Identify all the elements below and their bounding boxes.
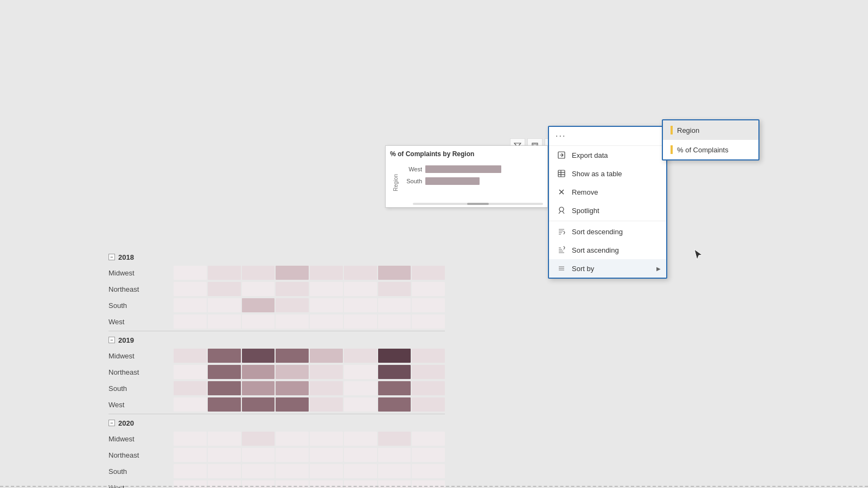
region-row-2018-west: West	[108, 313, 445, 330]
year-divider-1	[108, 331, 445, 331]
heatmap-south-2019	[174, 381, 445, 395]
small-chart-axis-label: Region	[393, 174, 399, 191]
heat-cell	[242, 464, 275, 478]
menu-item-sort-ascending[interactable]: Sort ascending	[549, 241, 666, 259]
year-label-2020[interactable]: − 2020	[108, 415, 445, 431]
region-row-2018-northeast: Northeast	[108, 281, 445, 297]
menu-item-spotlight[interactable]: Spotlight	[549, 201, 666, 220]
region-label-south-2020: South	[108, 467, 174, 476]
heat-cell	[276, 448, 309, 462]
submenu-region-label: Region	[677, 126, 699, 134]
heat-cell	[412, 365, 445, 379]
heat-cell	[310, 282, 343, 296]
region-label-south-2018: South	[108, 301, 174, 310]
heat-cell	[310, 349, 343, 363]
heat-cell	[310, 365, 343, 379]
menu-item-show-as-table[interactable]: Show as a table	[549, 164, 666, 183]
region-label-west-2018: West	[108, 318, 174, 326]
heat-cell	[208, 298, 241, 312]
heat-cell	[412, 448, 445, 462]
heatmap-chart: − 2018 Midwest Northeast	[108, 249, 445, 488]
small-chart-popup: % of Complaints by Region Region West So…	[385, 145, 548, 208]
heat-cell	[378, 448, 411, 462]
heat-cell	[208, 381, 241, 395]
heat-cell	[310, 397, 343, 412]
heat-cell	[310, 266, 343, 280]
year-label-2018[interactable]: − 2018	[108, 249, 445, 265]
heat-cell	[174, 349, 207, 363]
heat-cell	[276, 397, 309, 412]
heat-cell	[174, 432, 207, 446]
heat-cell	[208, 314, 241, 329]
small-bar-row-west: West	[403, 163, 541, 175]
mouse-cursor	[693, 248, 704, 263]
submenu-item-region[interactable]: Region	[663, 120, 758, 140]
heat-cell	[344, 298, 377, 312]
heat-cell	[276, 381, 309, 395]
heat-cell	[242, 282, 275, 296]
region-row-2019-south: South	[108, 380, 445, 396]
menu-item-export-data[interactable]: Export data	[549, 146, 666, 164]
heatmap-midwest-2019	[174, 349, 445, 363]
year-toggle-2019[interactable]: −	[108, 337, 115, 343]
heat-cell	[208, 282, 241, 296]
show-as-table-label: Show as a table	[572, 170, 622, 178]
year-toggle-2020[interactable]: −	[108, 420, 115, 426]
region-label-south-2019: South	[108, 384, 174, 393]
heat-cell	[276, 282, 309, 296]
svg-point-9	[559, 207, 564, 211]
export-data-label: Export data	[572, 151, 608, 159]
bar-label-south: South	[403, 178, 422, 184]
year-label-2019[interactable]: − 2019	[108, 332, 445, 348]
heat-cell	[378, 365, 411, 379]
heat-cell	[310, 298, 343, 312]
heat-cell	[208, 464, 241, 478]
heat-cell	[344, 266, 377, 280]
heat-cell	[378, 282, 411, 296]
menu-divider	[549, 221, 666, 221]
year-toggle-2018[interactable]: −	[108, 254, 115, 260]
heat-cell	[344, 397, 377, 412]
menu-item-remove[interactable]: Remove	[549, 183, 666, 201]
region-row-2020-south: South	[108, 463, 445, 479]
heat-cell	[276, 266, 309, 280]
sort-ascending-label: Sort ascending	[572, 246, 619, 254]
menu-item-sort-descending[interactable]: Sort descending	[549, 222, 666, 241]
heat-cell	[276, 349, 309, 363]
menu-item-sort-by[interactable]: Sort by	[549, 259, 666, 278]
year-section-2019: − 2019 Midwest Northeast	[108, 332, 445, 413]
heat-cell	[276, 314, 309, 329]
region-row-2018-south: South	[108, 297, 445, 313]
region-row-2019-west: West	[108, 396, 445, 413]
heat-cell	[242, 298, 275, 312]
heatmap-south-2018	[174, 298, 445, 312]
heat-cell	[412, 381, 445, 395]
heat-cell	[208, 432, 241, 446]
region-row-2020-northeast: Northeast	[108, 447, 445, 463]
remove-icon	[557, 187, 566, 197]
heat-cell	[174, 381, 207, 395]
heat-cell	[412, 464, 445, 478]
heat-cell	[276, 298, 309, 312]
heat-cell	[276, 432, 309, 446]
heat-cell	[378, 397, 411, 412]
region-row-2020-midwest: Midwest	[108, 431, 445, 447]
heat-cell	[242, 381, 275, 395]
heatmap-northeast-2018	[174, 282, 445, 296]
bar-south	[425, 177, 480, 185]
heat-cell	[174, 448, 207, 462]
heat-cell	[208, 397, 241, 412]
submenu-pct-label: % of Complaints	[677, 146, 729, 154]
heat-cell	[378, 432, 411, 446]
heat-cell	[242, 365, 275, 379]
heat-cell	[344, 432, 377, 446]
heat-cell	[310, 314, 343, 329]
heat-cell	[310, 448, 343, 462]
sort-desc-icon	[557, 227, 566, 236]
context-menu-header: ···	[549, 127, 666, 146]
heatmap-west-2018	[174, 314, 445, 329]
heat-cell	[174, 266, 207, 280]
region-row-2019-northeast: Northeast	[108, 364, 445, 380]
spotlight-icon	[557, 206, 566, 215]
submenu-item-pct-complaints[interactable]: % of Complaints	[663, 140, 758, 159]
